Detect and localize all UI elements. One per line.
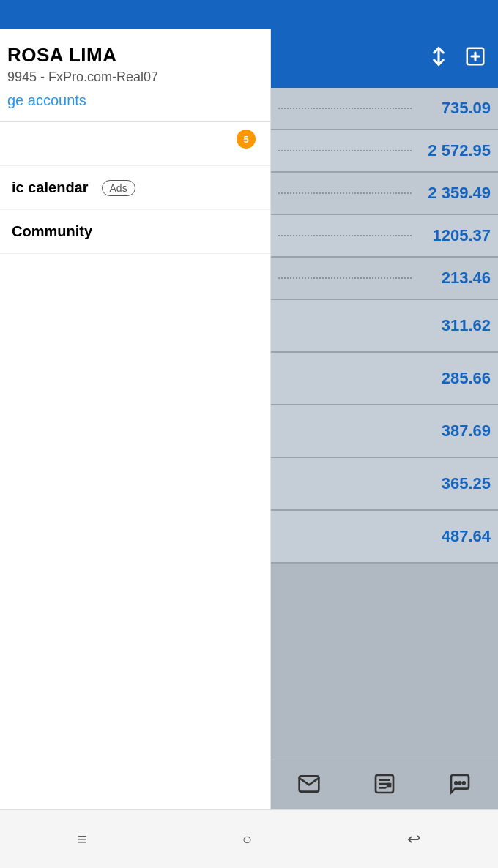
community-label: Community xyxy=(12,223,92,240)
price-value-3: 2 359.49 xyxy=(417,184,491,203)
android-nav-bar: ≡ ○ ↩ xyxy=(0,809,498,868)
manage-accounts-link[interactable]: ge accounts xyxy=(7,92,86,109)
right-panel: 735.09 2 572.95 2 359.49 1205.37 213.46 … xyxy=(271,29,498,809)
price-value-5: 213.46 xyxy=(417,269,491,288)
notification-badge[interactable]: 5 xyxy=(237,130,256,149)
menu-item-community[interactable]: Community xyxy=(0,210,270,254)
dots-line-2 xyxy=(278,150,412,151)
price-row-7[interactable]: 285.66 xyxy=(271,353,498,405)
price-row-5[interactable]: 213.46 xyxy=(271,258,498,300)
android-menu-icon[interactable]: ≡ xyxy=(78,830,87,849)
price-row-1[interactable]: 735.09 xyxy=(271,88,498,130)
user-section: ROSA LIMA 9945 - FxPro.com-Real07 ge acc… xyxy=(0,29,270,121)
price-row-10[interactable]: 487.64 xyxy=(271,511,498,564)
menu-item-economic-calendar[interactable]: ic calendar Ads xyxy=(0,166,270,210)
svg-rect-8 xyxy=(387,782,392,787)
svg-point-11 xyxy=(463,782,465,784)
price-value-7: 285.66 xyxy=(417,369,491,388)
right-panel-header xyxy=(271,29,498,88)
android-home-icon[interactable]: ○ xyxy=(242,830,252,849)
price-value-9: 365.25 xyxy=(417,474,491,493)
price-row-4[interactable]: 1205.37 xyxy=(271,215,498,258)
price-rows: 735.09 2 572.95 2 359.49 1205.37 213.46 … xyxy=(271,88,498,564)
economic-calendar-label: ic calendar xyxy=(12,179,89,196)
price-value-2: 2 572.95 xyxy=(417,141,491,160)
ads-badge: Ads xyxy=(102,180,135,196)
notification-row: 5 xyxy=(0,122,270,166)
dots-line-3 xyxy=(278,192,412,194)
price-row-8[interactable]: 387.69 xyxy=(271,405,498,458)
sort-icon[interactable] xyxy=(428,45,450,72)
price-row-2[interactable]: 2 572.95 xyxy=(271,130,498,173)
svg-point-9 xyxy=(456,782,458,784)
price-row-3[interactable]: 2 359.49 xyxy=(271,173,498,215)
price-value-8: 387.69 xyxy=(417,422,491,441)
dots-line-5 xyxy=(278,277,412,279)
svg-point-10 xyxy=(459,782,461,784)
account-id: 9945 - FxPro.com-Real07 xyxy=(7,70,259,85)
chat-icon[interactable] xyxy=(448,772,472,796)
right-bottom-bar xyxy=(271,757,498,809)
price-row-9[interactable]: 365.25 xyxy=(271,458,498,511)
price-value-4: 1205.37 xyxy=(417,226,491,245)
price-value-6: 311.62 xyxy=(417,316,491,335)
news-icon[interactable] xyxy=(373,772,396,796)
inbox-icon[interactable] xyxy=(297,772,321,796)
price-row-6[interactable]: 311.62 xyxy=(271,300,498,353)
add-icon[interactable] xyxy=(464,45,486,72)
status-bar xyxy=(0,0,498,29)
main-layout: ROSA LIMA 9945 - FxPro.com-Real07 ge acc… xyxy=(0,29,498,809)
dots-line-4 xyxy=(278,235,412,236)
price-value-1: 735.09 xyxy=(417,99,491,118)
price-value-10: 487.64 xyxy=(417,527,491,546)
dots-line-1 xyxy=(278,108,412,109)
left-panel: ROSA LIMA 9945 - FxPro.com-Real07 ge acc… xyxy=(0,29,271,809)
user-name: ROSA LIMA xyxy=(7,44,259,67)
android-back-icon[interactable]: ↩ xyxy=(407,830,420,849)
